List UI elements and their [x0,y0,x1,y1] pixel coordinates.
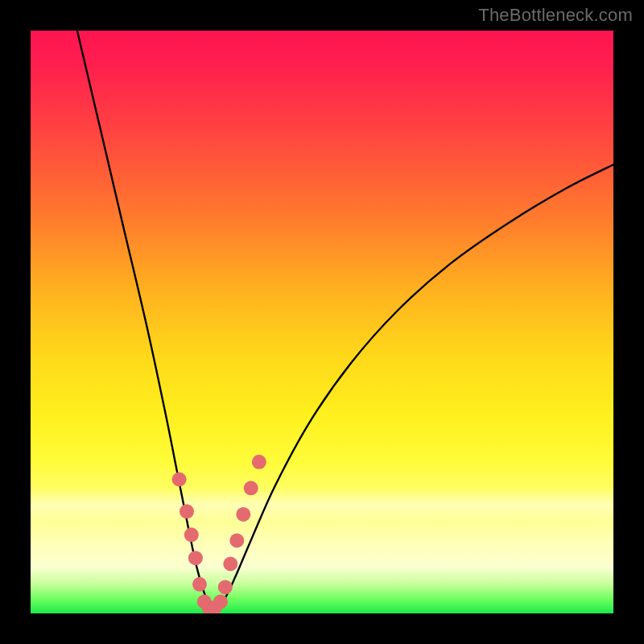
highlight-dots [172,455,266,613]
watermark-text: TheBottleneck.com [478,5,633,26]
highlight-dot [188,551,203,565]
curve-layer [31,31,613,613]
highlight-dot [223,557,237,572]
highlight-dot [244,481,258,495]
highlight-dot [252,455,266,469]
highlight-dot [192,577,207,592]
highlight-dot [229,534,244,548]
highlight-dot [213,595,228,609]
highlight-dot [218,580,233,594]
chart-frame: TheBottleneck.com [0,0,644,644]
highlight-dot [184,527,199,542]
highlight-dot [236,507,250,522]
highlight-dot [180,504,194,518]
bottleneck-curve [77,31,613,608]
highlight-dot [172,473,187,487]
plot-area [31,31,613,613]
